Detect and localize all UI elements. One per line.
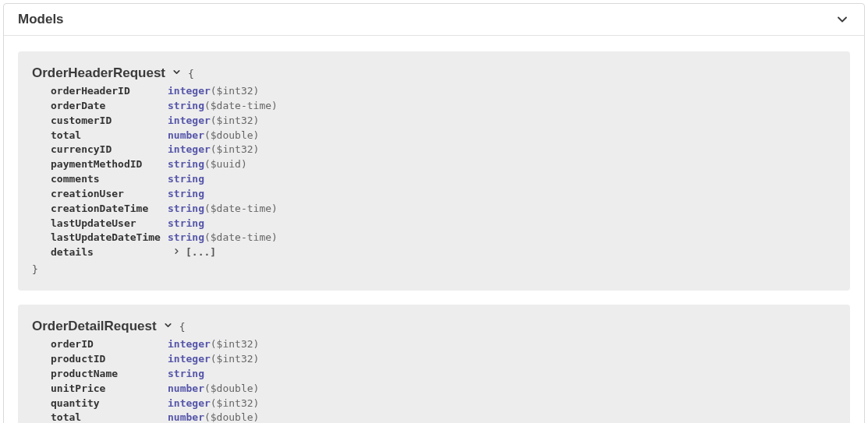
property-name: lastUpdateUser <box>51 217 168 231</box>
property-row: unitPricenumber($double) <box>51 382 836 397</box>
property-row: creationDateTimestring($date-time) <box>51 202 836 217</box>
property-row: creationUserstring <box>51 187 836 202</box>
model-card: OrderDetailRequest { orderIDinteger($int… <box>18 305 850 423</box>
model-name: OrderHeaderRequest <box>32 65 165 81</box>
property-row: orderDatestring($date-time) <box>51 99 836 114</box>
property-type: string <box>168 217 204 229</box>
property-format: ($double) <box>204 382 259 394</box>
property-name: orderDate <box>51 99 168 114</box>
property-type: number <box>168 129 204 141</box>
property-expand-toggle[interactable]: [...] <box>168 245 216 260</box>
property-name: lastUpdateDateTime <box>51 231 168 245</box>
property-type: integer <box>168 338 211 350</box>
property-name: customerID <box>51 114 168 129</box>
property-row: lastUpdateUserstring <box>51 217 836 231</box>
property-name: paymentMethodID <box>51 157 168 172</box>
property-format: ($int32) <box>211 85 260 97</box>
property-type: number <box>168 411 204 423</box>
property-format: ($date-time) <box>204 231 278 243</box>
property-name: comments <box>51 172 168 187</box>
property-row: orderHeaderIDinteger($int32) <box>51 84 836 99</box>
property-name: orderHeaderID <box>51 84 168 99</box>
open-brace: { <box>179 321 186 333</box>
property-format: ($date-time) <box>204 100 278 111</box>
property-type: string <box>168 231 204 243</box>
property-name: creationUser <box>51 187 168 202</box>
property-name: details <box>51 245 168 260</box>
property-format: ($int32) <box>211 143 260 155</box>
models-panel: Models OrderHeaderRequest { orderHeaderI… <box>3 3 865 423</box>
property-name: productName <box>51 367 168 382</box>
property-type: integer <box>168 397 211 409</box>
property-type: string <box>168 158 204 170</box>
property-type: string <box>168 173 204 185</box>
property-format: ($int32) <box>211 338 260 350</box>
property-name: total <box>51 411 168 423</box>
property-type: number <box>168 382 204 394</box>
property-name: currencyID <box>51 143 168 157</box>
open-brace: { <box>188 68 194 79</box>
property-type: integer <box>168 143 211 155</box>
property-format: ($int32) <box>211 115 260 126</box>
property-row: quantityinteger($int32) <box>51 397 836 411</box>
property-row: customerIDinteger($int32) <box>51 114 836 129</box>
models-panel-title: Models <box>18 12 64 27</box>
property-format: ($uuid) <box>204 158 247 170</box>
chevron-right-icon <box>172 245 181 260</box>
property-type: integer <box>168 353 211 365</box>
property-name: creationDateTime <box>51 202 168 217</box>
property-row: commentsstring <box>51 172 836 187</box>
property-type: string <box>168 368 204 379</box>
property-format: ($int32) <box>211 353 260 365</box>
property-name: productID <box>51 352 168 367</box>
property-row: currencyIDinteger($int32) <box>51 143 836 157</box>
property-row: details [...] <box>51 245 836 260</box>
model-properties: orderIDinteger($int32) productIDinteger(… <box>32 334 836 423</box>
property-format: ($double) <box>204 411 259 423</box>
property-row: lastUpdateDateTimestring($date-time) <box>51 231 836 245</box>
property-type: string <box>168 188 204 199</box>
chevron-down-icon <box>163 320 173 330</box>
property-type: integer <box>168 115 211 126</box>
property-row: paymentMethodIDstring($uuid) <box>51 157 836 172</box>
property-row: totalnumber($double) <box>51 411 836 423</box>
close-brace: } <box>32 260 836 275</box>
property-name: orderID <box>51 337 168 352</box>
models-panel-body: OrderHeaderRequest { orderHeaderIDintege… <box>4 36 864 423</box>
property-name: quantity <box>51 397 168 411</box>
property-name: total <box>51 129 168 143</box>
model-card: OrderHeaderRequest { orderHeaderIDintege… <box>18 51 850 291</box>
property-format: ($int32) <box>211 397 260 409</box>
model-properties: orderHeaderIDinteger($int32) orderDatest… <box>32 81 836 260</box>
model-header-row[interactable]: OrderDetailRequest { <box>32 319 836 334</box>
property-type: string <box>168 203 204 214</box>
chevron-down-icon <box>172 67 182 77</box>
models-panel-header[interactable]: Models <box>4 4 864 36</box>
property-name: unitPrice <box>51 382 168 397</box>
property-row: productIDinteger($int32) <box>51 352 836 367</box>
property-row: totalnumber($double) <box>51 129 836 143</box>
chevron-down-icon <box>834 12 850 27</box>
property-type: integer <box>168 85 211 97</box>
property-row: productNamestring <box>51 367 836 382</box>
expand-label: [...] <box>186 245 216 260</box>
property-type: string <box>168 100 204 111</box>
model-header-row[interactable]: OrderHeaderRequest { <box>32 65 836 81</box>
model-name: OrderDetailRequest <box>32 319 157 334</box>
property-row: orderIDinteger($int32) <box>51 337 836 352</box>
property-format: ($date-time) <box>204 203 278 214</box>
property-format: ($double) <box>204 129 259 141</box>
